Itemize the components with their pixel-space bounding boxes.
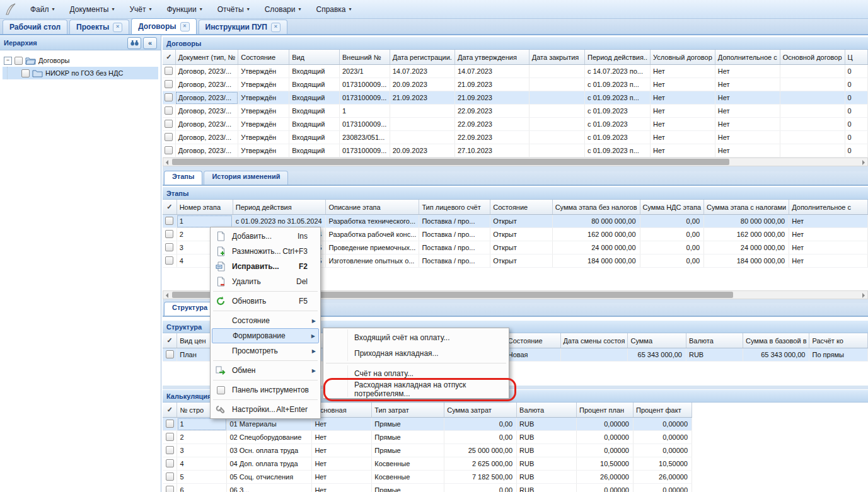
row-checkbox[interactable]	[165, 120, 173, 128]
tab-contracts[interactable]: Договоры×	[131, 18, 196, 34]
column-header[interactable]: Дата утверждения	[454, 50, 529, 65]
column-header[interactable]: Период действия	[233, 200, 326, 215]
menu-accounting[interactable]: Учёт▾	[122, 3, 159, 16]
table-row[interactable]: 101 МатериалыНетПрямые0,00RUB0,000000,00…	[163, 418, 692, 431]
row-checkbox[interactable]	[166, 350, 174, 358]
column-header[interactable]: Сумма в базовой в	[743, 333, 809, 348]
menu-item-exchange[interactable]: Обмен ▶	[212, 363, 319, 378]
tab-desktop[interactable]: Рабочий стол	[3, 20, 67, 34]
table-row[interactable]: Договор, 2023/...УтверждёнВходящий230823…	[163, 131, 868, 144]
column-header[interactable]: Валюта	[517, 403, 577, 418]
column-header[interactable]: Расчёт ко	[809, 333, 868, 348]
row-checkbox[interactable]	[165, 256, 173, 265]
menu-item-settings[interactable]: Настройки... Alt+Enter	[212, 402, 319, 417]
table-row[interactable]: 606 З...НетПрямые0,00RUB0,000000,00000	[163, 484, 692, 492]
row-checkbox[interactable]	[165, 243, 173, 251]
column-header[interactable]: Дата регистрации.	[390, 50, 454, 65]
scroll-left-arrow-icon[interactable]	[166, 160, 168, 165]
column-header[interactable]: Тип затрат	[372, 403, 444, 418]
column-header[interactable]: Валюта	[686, 333, 743, 348]
collapse-minus-icon[interactable]: −	[4, 57, 12, 65]
row-checkbox[interactable]	[165, 217, 173, 225]
menu-item-refresh[interactable]: Обновить F5	[212, 294, 319, 309]
search-binoculars-button[interactable]	[127, 37, 141, 49]
check-column-header[interactable]: ✓	[163, 403, 177, 418]
table-row[interactable]: Договор, 2023/...УтверждёнВходящий017310…	[163, 91, 868, 105]
submenu-item-goods-receipt[interactable]: Приходная накладная...	[325, 345, 507, 361]
check-column-header[interactable]: ✓	[163, 50, 175, 65]
tab-instructions[interactable]: Инструкции ПУП×	[199, 20, 287, 34]
scroll-right-arrow-icon[interactable]	[862, 160, 865, 165]
table-row[interactable]: Договор, 2023/...УтверждёнВходящий017310…	[163, 118, 868, 131]
row-checkbox[interactable]	[166, 486, 174, 492]
column-header[interactable]: Описание этапа	[326, 200, 419, 215]
tab-stages[interactable]: Этапы	[164, 171, 202, 185]
row-checkbox[interactable]	[165, 230, 173, 238]
column-header[interactable]: Дополнительное с	[789, 200, 868, 215]
submenu-item-incoming-invoice[interactable]: Входящий счёт на оплату...	[325, 329, 507, 345]
collapse-panel-button[interactable]: «	[143, 37, 157, 49]
menu-item-add[interactable]: Добавить... Ins	[212, 229, 319, 244]
column-header[interactable]: Процент факт	[633, 403, 692, 418]
row-checkbox[interactable]	[166, 420, 174, 428]
row-checkbox[interactable]	[165, 133, 173, 141]
column-header[interactable]: Дата смены состоя	[560, 333, 628, 348]
menu-file[interactable]: Файл▾	[23, 3, 62, 16]
scroll-right-arrow-icon[interactable]	[862, 293, 865, 298]
table-row[interactable]: Договор, 2023/...УтверждёнВходящий2023/1…	[163, 65, 868, 78]
menu-dictionaries[interactable]: Словари▾	[257, 3, 309, 16]
column-header[interactable]: Период действия..	[585, 50, 651, 65]
column-header[interactable]: Сумма затрат	[444, 403, 517, 418]
column-header[interactable]: Дополнительное с	[715, 50, 780, 65]
menu-help[interactable]: Справка▾	[308, 3, 359, 16]
check-column-header[interactable]: ✓	[163, 333, 177, 348]
column-header[interactable]: Основная	[312, 403, 372, 418]
column-header[interactable]: Документ (тип, №	[175, 50, 238, 65]
row-checkbox[interactable]	[165, 80, 173, 88]
column-header[interactable]: Процент план	[577, 403, 634, 418]
menu-item-generation[interactable]: Формирование ▶	[212, 328, 319, 343]
menu-functions[interactable]: Функции▾	[159, 3, 209, 16]
submenu-item-payment-invoice[interactable]: Счёт на оплату...	[325, 365, 507, 381]
scrollbar-thumb[interactable]	[172, 159, 729, 165]
menu-documents[interactable]: Документы▾	[62, 3, 122, 16]
check-column-header[interactable]: ✓	[163, 200, 176, 215]
column-header[interactable]: Ц	[845, 50, 867, 65]
menu-item-view[interactable]: Просмотреть ▶	[212, 343, 319, 358]
table-row[interactable]: 1с 01.09.2023 по 31.05.2024Разработка те…	[163, 215, 868, 228]
tree-node-niokr[interactable]: НИОКР по ГОЗ без НДС	[3, 67, 158, 79]
column-header[interactable]: Сумма НДС этапа	[640, 200, 704, 215]
tree-node-contracts[interactable]: − Договоры	[3, 54, 158, 67]
column-header[interactable]: Внешний №	[339, 50, 390, 65]
column-header[interactable]: Условный договор	[651, 50, 715, 65]
table-row[interactable]: 202 СпецоборудованиеНетПрямые0,00RUB0,00…	[163, 431, 692, 444]
row-checkbox[interactable]	[166, 446, 174, 454]
column-header[interactable]: Тип лицевого счёт	[419, 200, 490, 215]
column-header[interactable]: Состояние	[505, 333, 560, 348]
column-header[interactable]: Сумма этапа с налогами	[704, 200, 789, 215]
table-row[interactable]: Договор, 2023/...УтверждёнВходящий017310…	[163, 144, 868, 157]
table-row[interactable]: Договор, 2023/...УтверждёнВходящий122.09…	[163, 105, 868, 118]
menu-item-delete[interactable]: Удалить Del	[212, 274, 319, 289]
table-row[interactable]: 404 Доп. оплата трудаНетКосвенные2 625 0…	[163, 457, 692, 471]
contracts-h-scrollbar[interactable]	[163, 157, 868, 166]
menu-reports[interactable]: Отчёты▾	[210, 3, 257, 16]
row-checkbox[interactable]	[166, 472, 174, 481]
row-checkbox[interactable]	[165, 93, 173, 101]
table-row[interactable]: Договор, 2023/...УтверждёнВходящий017310…	[163, 78, 868, 91]
table-row[interactable]: 505 Соц. отчисленияНетКосвенные7 182 500…	[163, 471, 692, 484]
column-header[interactable]: Номер этапа	[176, 200, 233, 215]
node-checkbox[interactable]	[21, 69, 30, 77]
table-row[interactable]: 303 Осн. оплата трудаНетПрямые25 000 000…	[163, 444, 692, 457]
menu-item-state[interactable]: Состояние ▶	[212, 313, 319, 328]
row-checkbox[interactable]	[165, 67, 173, 75]
column-header[interactable]: Вид	[289, 50, 340, 65]
row-checkbox[interactable]	[165, 146, 173, 154]
row-checkbox[interactable]	[166, 433, 174, 441]
close-icon[interactable]: ×	[180, 22, 190, 31]
column-header[interactable]: Сумма	[628, 333, 686, 348]
menu-item-edit[interactable]: Исправить... F2	[212, 259, 319, 274]
close-icon[interactable]: ×	[271, 23, 281, 32]
tab-structure[interactable]: Структура	[164, 302, 216, 316]
scroll-left-arrow-icon[interactable]	[166, 293, 168, 298]
